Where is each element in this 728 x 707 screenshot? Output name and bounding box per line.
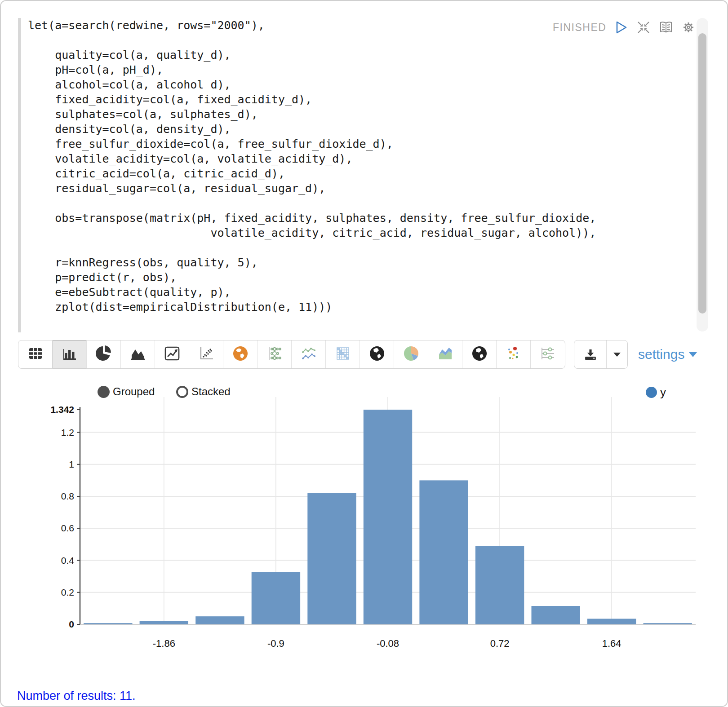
chart-type-stacked-area[interactable] xyxy=(428,340,462,368)
chart-type-bar-chart[interactable] xyxy=(53,340,87,368)
x-tick-label: 0.72 xyxy=(490,638,510,649)
histogram-bar[interactable] xyxy=(140,621,188,624)
gear-icon[interactable] xyxy=(681,20,696,35)
output-cell: let(a=search(redwine, rows="2000"), qual… xyxy=(0,0,728,707)
facet-sliders-icon xyxy=(539,345,557,364)
pie-chart-icon xyxy=(95,345,113,364)
chart-type-world-map-orange[interactable] xyxy=(223,340,257,368)
globe-dark-icon xyxy=(368,345,386,364)
settings-menu[interactable]: settings xyxy=(638,340,697,369)
chart-type-scatter-colored[interactable] xyxy=(497,340,531,368)
y-tick-label: 0.2 xyxy=(61,587,74,597)
caret-down-icon xyxy=(609,347,625,362)
y-tick-label: 0 xyxy=(69,619,74,629)
chart-type-globe-dark2[interactable] xyxy=(462,340,497,368)
download-icon xyxy=(583,347,598,362)
histogram-bar[interactable] xyxy=(532,606,580,624)
histogram-bar[interactable] xyxy=(587,619,636,625)
pie-colored-icon xyxy=(402,345,420,364)
histogram-plot: 00.20.40.60.811.21.342-1.86-0.9-0.080.72… xyxy=(1,394,728,664)
chart-type-pie-colored[interactable] xyxy=(394,340,428,368)
shrink-icon[interactable] xyxy=(636,20,651,35)
area-chart-icon xyxy=(129,345,147,364)
download-button[interactable] xyxy=(574,340,606,368)
world-map-orange-icon xyxy=(231,345,249,364)
histogram-bar[interactable] xyxy=(419,480,468,624)
chart-type-toolbar xyxy=(18,340,565,369)
x-tick-label: 1.64 xyxy=(602,638,621,649)
chart-type-globe-dark[interactable] xyxy=(360,340,394,368)
download-options-button[interactable] xyxy=(606,340,627,368)
dot-matrix-icon xyxy=(266,345,284,364)
chart-type-table[interactable] xyxy=(18,340,53,368)
chart-type-multi-line[interactable] xyxy=(292,340,326,368)
y-max-label: 1.342 xyxy=(50,404,74,415)
y-tick-label: 0.8 xyxy=(61,491,74,501)
y-tick-label: 1.2 xyxy=(61,427,74,437)
heatmap-icon xyxy=(334,345,352,364)
code-editor[interactable]: let(a=search(redwine, rows="2000"), qual… xyxy=(28,18,596,314)
multi-line-icon xyxy=(300,345,318,364)
histogram-bar[interactable] xyxy=(475,546,524,625)
stacked-area-icon xyxy=(436,345,454,364)
scatter-plot-icon xyxy=(197,345,215,364)
globe-dark2-icon xyxy=(471,345,488,364)
code-scrollbar[interactable] xyxy=(697,18,708,331)
settings-label: settings xyxy=(638,347,684,362)
x-tick-label: -0.08 xyxy=(377,638,399,649)
histogram-bar[interactable] xyxy=(307,493,356,624)
run-icon[interactable] xyxy=(613,20,629,35)
settings-caret-icon xyxy=(689,352,697,357)
histogram-bar[interactable] xyxy=(195,616,244,624)
y-tick-label: 0.6 xyxy=(61,523,74,533)
line-chart-icon xyxy=(163,345,181,364)
chart-type-pie-chart[interactable] xyxy=(87,340,121,368)
chart-type-line-chart[interactable] xyxy=(155,340,189,368)
code-scrollbar-thumb[interactable] xyxy=(698,33,706,314)
code-cell-accent-bar xyxy=(18,18,21,332)
y-tick-label: 1 xyxy=(69,459,74,469)
chart-type-scatter-plot[interactable] xyxy=(189,340,223,368)
y-tick-label: 0.4 xyxy=(61,555,75,566)
chart-type-heatmap[interactable] xyxy=(326,340,360,368)
histogram-bar[interactable] xyxy=(84,623,132,624)
histogram-bar[interactable] xyxy=(364,410,412,624)
book-icon[interactable] xyxy=(658,20,674,35)
chart-type-area-chart[interactable] xyxy=(121,340,155,368)
histogram-bar[interactable] xyxy=(644,623,692,624)
download-button-group xyxy=(574,340,628,369)
bar-chart-icon xyxy=(61,345,79,364)
chart-type-dot-matrix[interactable] xyxy=(257,340,292,368)
scatter-colored-icon xyxy=(505,345,523,364)
results-count-text: Number of results: 11. xyxy=(17,689,136,703)
table-icon xyxy=(27,345,44,364)
chart-type-facet-sliders[interactable] xyxy=(531,340,565,368)
histogram-bar[interactable] xyxy=(252,572,300,624)
x-tick-label: -1.86 xyxy=(153,638,175,649)
x-tick-label: -0.9 xyxy=(267,638,284,649)
cell-status-row: FINISHED xyxy=(553,20,696,35)
status-badge: FINISHED xyxy=(553,22,606,34)
